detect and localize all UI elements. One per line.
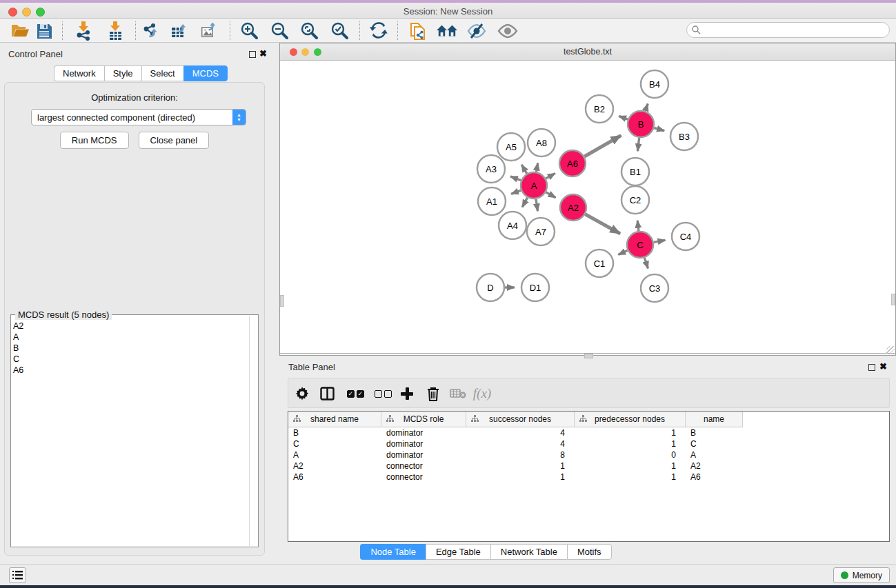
tab-edge-table[interactable]: Edge Table (426, 544, 490, 560)
save-session-icon[interactable] (34, 21, 54, 41)
zoom-out-icon[interactable] (270, 21, 290, 41)
task-history-button[interactable] (9, 567, 26, 583)
control-panel-close-icon[interactable]: ✖ (259, 48, 267, 59)
table-cell[interactable]: B (288, 427, 381, 438)
graph-edge-A6-B[interactable] (584, 135, 621, 156)
search-box[interactable] (686, 22, 890, 38)
home-icon[interactable] (437, 21, 457, 41)
zoom-fit-icon[interactable] (299, 21, 320, 41)
column-header-name[interactable]: name (686, 412, 743, 427)
close-panel-button[interactable]: Close panel (139, 132, 210, 149)
deselect-all-icon[interactable] (372, 383, 393, 404)
zoom-in-icon[interactable] (239, 21, 260, 41)
table-row[interactable]: Adominator80A (288, 449, 889, 460)
graph-edge-B-B2[interactable] (619, 116, 628, 119)
table-cell[interactable]: B (686, 427, 743, 438)
network-graph[interactable]: AA1A2A3A4A5A6A7A8BB1B2B3B4CC1C2C3C4DD1 (280, 61, 895, 353)
search-input[interactable] (704, 26, 876, 35)
duplicate-network-icon[interactable] (408, 21, 428, 41)
table-settings-gear-icon[interactable] (292, 383, 312, 404)
function-builder-icon[interactable]: f(x) (472, 383, 492, 404)
graph-edge-B-B3[interactable] (654, 128, 664, 130)
memory-button[interactable]: Memory (833, 567, 890, 583)
network-vscroll-thumb-left[interactable] (280, 295, 284, 307)
graph-edge-B-B1[interactable] (637, 138, 639, 151)
graph-edge-A2-C[interactable] (585, 214, 620, 234)
network-hscroll-thumb[interactable] (584, 354, 593, 358)
table-cell[interactable]: 4 (466, 438, 575, 449)
graph-edge-A-A8[interactable] (536, 163, 537, 172)
network-window-titlebar[interactable]: testGlobe.txt (280, 43, 895, 61)
mcds-result-listbox[interactable]: MCDS result (5 nodes) A2ABCA6 (10, 314, 259, 547)
table-row[interactable]: A2connector11A2 (288, 460, 889, 472)
table-row[interactable]: Bdominator41B (288, 427, 889, 438)
table-cell[interactable]: 4 (466, 427, 575, 438)
table-row[interactable]: Cdominator41C (288, 438, 889, 449)
import-network-icon[interactable] (73, 21, 94, 41)
graph-edge-B-B4[interactable] (646, 103, 648, 111)
table-row[interactable]: A6connector11A6 (288, 472, 889, 483)
table-cell[interactable]: C (686, 438, 743, 449)
graph-edge-A-A5[interactable] (521, 165, 527, 174)
table-cell[interactable]: connector (381, 472, 466, 483)
show-panel-eye-icon[interactable] (497, 21, 518, 41)
window-resize-grip[interactable] (886, 346, 895, 354)
table-cell[interactable]: A6 (686, 472, 743, 483)
graph-edge-C-C1[interactable] (618, 250, 628, 254)
graph-edge-A-A7[interactable] (536, 199, 538, 212)
table-cell[interactable]: 1 (575, 427, 686, 438)
table-cell[interactable]: 0 (575, 449, 686, 460)
table-cell[interactable]: 1 (575, 460, 686, 472)
table-cell[interactable]: dominator (381, 449, 466, 460)
table-cell[interactable]: 1 (466, 472, 575, 483)
tab-node-table[interactable]: Node Table (360, 544, 426, 560)
column-header-MCDS-role[interactable]: MCDS role (381, 412, 466, 427)
zoom-selected-icon[interactable] (330, 21, 350, 41)
graph-edge-C-C2[interactable] (637, 221, 639, 231)
table-panel-close-icon[interactable]: ✖ (879, 361, 887, 372)
table-cell[interactable]: 8 (466, 449, 575, 460)
open-file-icon[interactable] (10, 21, 30, 41)
graph-edge-C-C4[interactable] (654, 240, 666, 242)
table-cell[interactable]: 1 (575, 472, 686, 483)
delete-trash-icon[interactable] (423, 383, 444, 404)
table-cell[interactable]: dominator (381, 438, 466, 449)
hide-panel-eye-icon[interactable] (466, 21, 487, 41)
tab-style[interactable]: Style (104, 65, 141, 81)
export-image-icon[interactable] (199, 21, 220, 41)
tab-network-table[interactable]: Network Table (490, 544, 567, 560)
run-mcds-button[interactable]: Run MCDS (60, 132, 129, 149)
control-panel-float-icon[interactable] (249, 51, 256, 58)
add-column-plus-icon[interactable] (397, 383, 417, 404)
criterion-select[interactable]: largest connected component (directed) ▲… (31, 109, 246, 125)
graph-edge-A-A2[interactable] (546, 192, 555, 198)
graph-edge-A-A4[interactable] (522, 198, 527, 207)
table-cell[interactable]: 1 (575, 438, 686, 449)
graph-edge-A-A6[interactable] (546, 173, 555, 179)
column-visibility-icon[interactable] (317, 383, 337, 404)
table-cell[interactable]: dominator (381, 427, 466, 438)
delete-table-icon[interactable] (448, 383, 468, 404)
tab-network[interactable]: Network (54, 65, 104, 81)
table-cell[interactable]: C (288, 438, 381, 449)
column-header-shared-name[interactable]: shared name (288, 412, 381, 427)
table-cell[interactable]: A6 (288, 472, 381, 483)
tab-motifs[interactable]: Motifs (567, 544, 612, 560)
export-table-icon[interactable] (170, 21, 190, 41)
select-all-icon[interactable] (345, 383, 366, 404)
table-cell[interactable]: A2 (686, 460, 743, 472)
table-cell[interactable]: A2 (288, 460, 381, 472)
result-scrollbar[interactable] (249, 316, 250, 546)
table-panel-float-icon[interactable] (868, 364, 875, 371)
graph-edge-A-A3[interactable] (510, 176, 521, 181)
table-cell[interactable]: 1 (466, 460, 575, 472)
column-header-successor-nodes[interactable]: successor nodes (466, 412, 575, 427)
network-vscroll-thumb-right[interactable] (891, 294, 895, 305)
table-cell[interactable]: A (686, 449, 743, 460)
tab-select[interactable]: Select (141, 65, 183, 81)
graph-edge-A-A1[interactable] (511, 190, 521, 194)
import-table-icon[interactable] (105, 21, 126, 41)
table-cell[interactable]: connector (381, 460, 466, 472)
tab-mcds[interactable]: MCDS (183, 65, 228, 81)
column-header-predecessor-nodes[interactable]: predecessor nodes (575, 412, 686, 427)
